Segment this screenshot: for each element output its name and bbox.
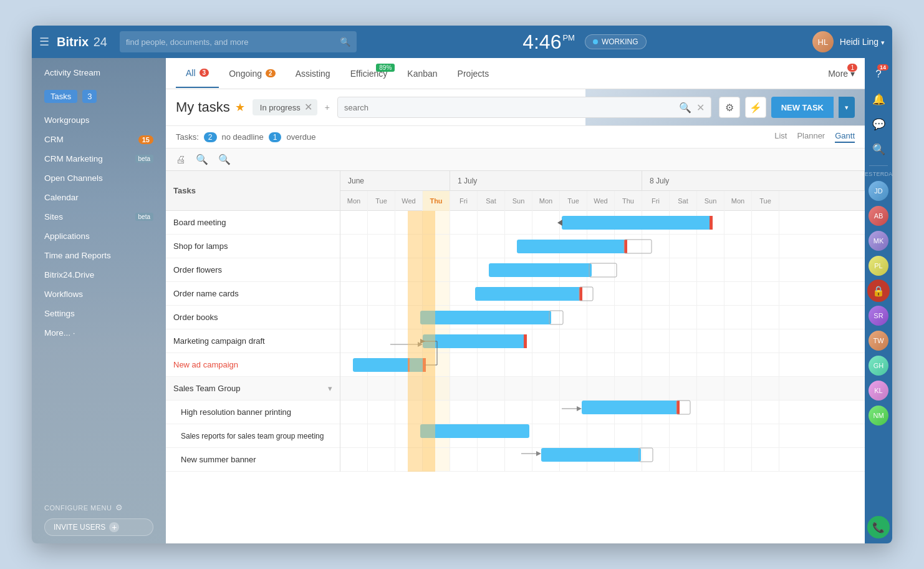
tab-all[interactable]: All 3 bbox=[176, 59, 219, 88]
search-filter[interactable]: 🔍 ✕ bbox=[337, 97, 711, 118]
right-panel: All 3 Ongoing 2 Assisting Efficiency 89%… bbox=[166, 58, 865, 543]
filter-add-icon[interactable]: + bbox=[325, 102, 330, 112]
sidebar-item-calendar[interactable]: Calendar bbox=[32, 188, 166, 207]
sidebar-item-label: Time and Reports bbox=[44, 251, 111, 260]
sidebar-item-open-channels[interactable]: Open Channels bbox=[32, 168, 166, 188]
gantt-day: Wed bbox=[587, 191, 615, 211]
tab-all-label: All bbox=[186, 68, 196, 78]
rs-avatar-7[interactable]: GH bbox=[869, 356, 888, 376]
gantt-row[interactable]: Order name cards bbox=[166, 282, 340, 306]
sidebar-item-sites[interactable]: Sites beta bbox=[32, 207, 166, 226]
sidebar-content: Activity Stream Tasks 3 Workgroups CRM 1… bbox=[32, 58, 166, 495]
rs-avatar-2[interactable]: AB bbox=[869, 206, 888, 226]
tab-kanban[interactable]: Kanban bbox=[397, 60, 447, 87]
sidebar: Activity Stream Tasks 3 Workgroups CRM 1… bbox=[32, 58, 166, 543]
tabs-more[interactable]: More ▾ 1 bbox=[828, 69, 855, 79]
rs-avatar-6[interactable]: TW bbox=[869, 331, 888, 351]
new-task-arrow[interactable]: ▾ bbox=[839, 97, 855, 118]
rs-question-icon[interactable]: ? 14 bbox=[867, 63, 890, 85]
sidebar-item-time-reports[interactable]: Time and Reports bbox=[32, 246, 166, 265]
new-task-btn[interactable]: NEW TASK bbox=[771, 97, 834, 118]
gantt-zoom-out-icon[interactable]: 🔍 bbox=[193, 152, 211, 167]
rs-bell-icon[interactable]: 🔔 bbox=[867, 88, 890, 110]
sidebar-item-more[interactable]: More... · bbox=[32, 323, 166, 343]
sidebar-item-label: Bitrix24.Drive bbox=[44, 270, 94, 280]
sidebar-item-settings[interactable]: Settings bbox=[32, 304, 166, 323]
filter-chip-label: In progress bbox=[260, 103, 301, 112]
no-deadline-badge: 2 bbox=[204, 132, 217, 142]
sidebar-item-workflows[interactable]: Workflows bbox=[32, 284, 166, 304]
gantt-day: Tue bbox=[560, 191, 587, 211]
sidebar-item-applications[interactable]: Applications bbox=[32, 226, 166, 246]
working-badge[interactable]: WORKING bbox=[585, 34, 647, 49]
tab-ongoing[interactable]: Ongoing 2 bbox=[219, 60, 286, 87]
star-icon[interactable]: ★ bbox=[235, 100, 245, 114]
gantt-row-highlight[interactable]: New ad campaign bbox=[166, 353, 340, 377]
username[interactable]: Heidi Ling ▾ bbox=[840, 37, 885, 47]
rs-avatar-4[interactable]: PL bbox=[869, 256, 888, 276]
rs-chat-icon[interactable]: 💬 bbox=[867, 113, 890, 135]
rs-avatar-3[interactable]: MK bbox=[869, 231, 888, 251]
sidebar-item-tasks[interactable]: Tasks 3 bbox=[32, 87, 109, 105]
rs-avatar-9[interactable]: NM bbox=[869, 406, 888, 426]
gantt-row[interactable]: Order books bbox=[166, 306, 340, 329]
tab-efficiency[interactable]: Efficiency 89% bbox=[340, 60, 398, 87]
search-filter-close-icon[interactable]: ✕ bbox=[696, 102, 705, 114]
sidebar-item-bitrix-drive[interactable]: Bitrix24.Drive bbox=[32, 265, 166, 284]
app-frame: ☰ Bitrix 24 🔍 4:46 PM WORKING HL Heidi L… bbox=[32, 26, 892, 543]
search-input[interactable] bbox=[126, 37, 340, 47]
gantt-grid-row bbox=[340, 211, 865, 235]
gantt-group-row[interactable]: Sales Team Group ▾ bbox=[166, 377, 340, 401]
tasks-count: 3 bbox=[82, 90, 97, 103]
sidebar-item-crm[interactable]: CRM 15 bbox=[32, 130, 166, 149]
gantt-row[interactable]: Order flowers bbox=[166, 258, 340, 282]
gantt-print-icon[interactable]: 🖨 bbox=[173, 153, 188, 167]
sidebar-item-label: Workflows bbox=[44, 289, 83, 299]
gantt-row[interactable]: Sales reports for sales team group meeti… bbox=[166, 424, 340, 448]
gantt-row[interactable]: New summer banner bbox=[166, 448, 340, 472]
gantt-month-july1: 1 July bbox=[450, 171, 642, 190]
rs-avatar-5[interactable]: SR bbox=[869, 306, 888, 326]
gantt-row[interactable]: High resolution banner printing bbox=[166, 401, 340, 424]
gantt-task-label: High resolution banner printing bbox=[181, 407, 291, 417]
search-filter-icons: 🔍 ✕ bbox=[679, 102, 705, 114]
view-tab-list[interactable]: List bbox=[774, 131, 787, 143]
gantt-zoom-in-icon[interactable]: 🔍 bbox=[216, 152, 233, 167]
gantt-grid-col bbox=[615, 211, 642, 234]
gantt-row[interactable]: Marketing campaign draft bbox=[166, 329, 340, 353]
rs-search-icon[interactable]: 🔍 bbox=[867, 138, 890, 160]
lightning-icon-btn[interactable]: ⚡ bbox=[745, 97, 766, 118]
tab-assisting[interactable]: Assisting bbox=[286, 60, 340, 87]
search-filter-input[interactable] bbox=[344, 103, 674, 112]
tab-projects[interactable]: Projects bbox=[448, 60, 499, 87]
gantt-row[interactable]: Shop for lamps bbox=[166, 235, 340, 258]
rs-lock-icon[interactable]: 🔒 bbox=[867, 280, 890, 302]
rs-phone-icon[interactable]: 📞 bbox=[867, 516, 890, 538]
sidebar-item-crm-marketing[interactable]: CRM Marketing beta bbox=[32, 149, 166, 168]
sidebar-item-activity-stream[interactable]: Activity Stream bbox=[32, 63, 166, 82]
gantt-container[interactable]: 🖨 🔍 🔍 Tasks Board meeting Shop for lamps… bbox=[166, 148, 865, 543]
view-tab-gantt[interactable]: Gantt bbox=[835, 131, 855, 143]
gantt-group-toggle[interactable]: ▾ bbox=[328, 384, 332, 393]
top-bar: ☰ Bitrix 24 🔍 4:46 PM WORKING HL Heidi L… bbox=[32, 26, 892, 58]
gantt-row[interactable]: Board meeting bbox=[166, 211, 340, 235]
filter-chip-close[interactable]: ✕ bbox=[304, 102, 312, 112]
tab-projects-label: Projects bbox=[458, 69, 489, 79]
rs-avatar-1[interactable]: JD bbox=[869, 181, 888, 201]
search-bar[interactable]: 🔍 bbox=[120, 31, 357, 52]
configure-menu-label: CONFIGURE MENU bbox=[44, 504, 112, 512]
settings-icon-btn[interactable]: ⚙ bbox=[719, 97, 740, 118]
gantt-day: Tue bbox=[368, 191, 395, 211]
hamburger-icon[interactable]: ☰ bbox=[39, 35, 49, 49]
view-tab-planner[interactable]: Planner bbox=[797, 131, 825, 143]
configure-menu[interactable]: CONFIGURE MENU ⚙ bbox=[44, 503, 153, 512]
search-icon: 🔍 bbox=[340, 37, 350, 47]
gantt-day: Sat bbox=[670, 191, 697, 211]
tasks-label: Tasks: bbox=[176, 132, 199, 142]
gantt-tasks-label: Tasks bbox=[173, 186, 196, 195]
rs-avatar-8[interactable]: KL bbox=[869, 381, 888, 401]
sidebar-item-workgroups[interactable]: Workgroups bbox=[32, 110, 166, 130]
task-header-content: My tasks ★ In progress ✕ + 🔍 ✕ bbox=[176, 97, 855, 118]
gantt-month-june: June bbox=[340, 171, 450, 190]
invite-users-btn[interactable]: INVITE USERS + bbox=[44, 518, 153, 536]
